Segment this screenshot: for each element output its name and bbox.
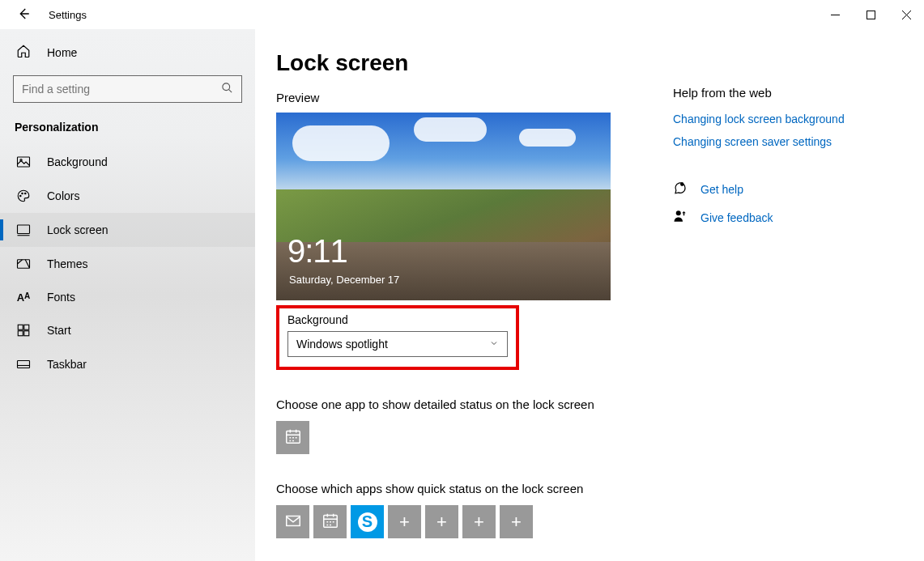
svg-point-6 bbox=[25, 193, 27, 194]
preview-label: Preview bbox=[276, 91, 673, 104]
calendar-icon bbox=[321, 512, 339, 532]
sidebar-item-label: Background bbox=[47, 155, 108, 168]
sidebar-item-colors[interactable]: Colors bbox=[0, 179, 255, 213]
palette-icon bbox=[16, 189, 31, 203]
sidebar-item-label: Lock screen bbox=[47, 223, 108, 236]
calendar-icon bbox=[284, 427, 302, 448]
quick-status-tile-add-2[interactable]: + bbox=[425, 505, 458, 538]
plus-icon: + bbox=[474, 512, 484, 533]
search-input-container[interactable] bbox=[13, 75, 242, 103]
svg-rect-12 bbox=[24, 331, 29, 336]
sidebar-item-background[interactable]: Background bbox=[0, 145, 255, 179]
svg-rect-13 bbox=[18, 361, 30, 368]
skype-icon: S bbox=[358, 512, 377, 532]
lock-screen-icon bbox=[16, 223, 31, 237]
sidebar-item-label: Taskbar bbox=[47, 358, 87, 371]
close-button[interactable] bbox=[888, 0, 924, 29]
svg-rect-11 bbox=[18, 331, 23, 336]
svg-rect-9 bbox=[18, 325, 23, 329]
svg-rect-10 bbox=[24, 325, 29, 329]
home-icon bbox=[16, 44, 31, 61]
svg-rect-7 bbox=[18, 225, 30, 234]
mail-icon bbox=[284, 512, 302, 532]
nav-home-label: Home bbox=[47, 46, 77, 59]
minimize-button[interactable] bbox=[817, 0, 853, 29]
chevron-down-icon bbox=[489, 338, 499, 351]
svg-point-4 bbox=[20, 195, 22, 197]
sidebar-item-start[interactable]: Start bbox=[0, 313, 255, 347]
sidebar-item-lock-screen[interactable]: Lock screen bbox=[0, 213, 255, 247]
window-title: Settings bbox=[49, 9, 87, 21]
quick-status-tile-skype[interactable]: S bbox=[351, 505, 384, 538]
sidebar-category: Personalization bbox=[0, 117, 255, 145]
sidebar-item-themes[interactable]: Themes bbox=[0, 247, 255, 281]
give-feedback-link[interactable]: Give feedback bbox=[700, 211, 773, 224]
sidebar: Home Personalization Background Colors L… bbox=[0, 29, 255, 561]
nav-home[interactable]: Home bbox=[0, 36, 255, 69]
svg-rect-0 bbox=[867, 11, 875, 19]
svg-text:?: ? bbox=[681, 183, 683, 186]
get-help-icon: ? bbox=[673, 181, 688, 198]
titlebar: Settings bbox=[0, 0, 924, 29]
sidebar-item-taskbar[interactable]: Taskbar bbox=[0, 347, 255, 381]
maximize-button[interactable] bbox=[853, 0, 888, 29]
fonts-icon: AA bbox=[16, 291, 31, 304]
plus-icon: + bbox=[436, 512, 447, 533]
search-icon bbox=[221, 82, 233, 96]
plus-icon: + bbox=[511, 512, 522, 533]
back-button[interactable] bbox=[16, 6, 31, 23]
background-dropdown-value: Windows spotlight bbox=[296, 338, 388, 351]
help-link-bg[interactable]: Changing lock screen background bbox=[673, 113, 892, 125]
sidebar-item-label: Themes bbox=[47, 257, 88, 270]
start-icon bbox=[16, 323, 31, 338]
quick-status-tile-calendar[interactable] bbox=[313, 505, 347, 538]
background-label: Background bbox=[287, 313, 508, 326]
sidebar-item-label: Start bbox=[47, 324, 71, 337]
quick-status-tile-mail[interactable] bbox=[276, 505, 309, 538]
picture-icon bbox=[16, 155, 31, 169]
svg-point-19 bbox=[676, 210, 681, 215]
svg-point-5 bbox=[22, 193, 23, 194]
lock-screen-preview: 9:11 Saturday, December 17 bbox=[276, 113, 611, 300]
sidebar-item-fonts[interactable]: AA Fonts bbox=[0, 281, 255, 313]
help-link-saver[interactable]: Changing screen saver settings bbox=[673, 135, 892, 148]
detailed-status-app-tile[interactable] bbox=[276, 421, 309, 454]
quick-status-tile-add-3[interactable]: + bbox=[462, 505, 496, 538]
quick-status-label: Choose which apps show quick status on t… bbox=[276, 482, 673, 495]
search-input[interactable] bbox=[22, 83, 221, 96]
quick-status-tile-add-4[interactable]: + bbox=[500, 505, 533, 538]
svg-point-1 bbox=[223, 83, 230, 91]
sidebar-item-label: Fonts bbox=[47, 291, 75, 304]
feedback-icon bbox=[673, 209, 688, 226]
sidebar-item-label: Colors bbox=[47, 189, 79, 202]
preview-time: 9:11 bbox=[287, 233, 347, 270]
get-help-link[interactable]: Get help bbox=[700, 183, 743, 196]
themes-icon bbox=[16, 257, 31, 271]
page-title: Lock screen bbox=[276, 50, 673, 76]
taskbar-icon bbox=[16, 357, 31, 372]
svg-rect-15 bbox=[286, 516, 300, 526]
preview-date: Saturday, December 17 bbox=[289, 274, 399, 286]
help-heading: Help from the web bbox=[673, 86, 892, 100]
detailed-status-label: Choose one app to show detailed status o… bbox=[276, 397, 673, 411]
background-setting-highlight: Background Windows spotlight bbox=[276, 305, 519, 370]
background-dropdown[interactable]: Windows spotlight bbox=[287, 331, 508, 357]
quick-status-tile-add-1[interactable]: + bbox=[388, 505, 421, 538]
plus-icon: + bbox=[399, 512, 410, 533]
